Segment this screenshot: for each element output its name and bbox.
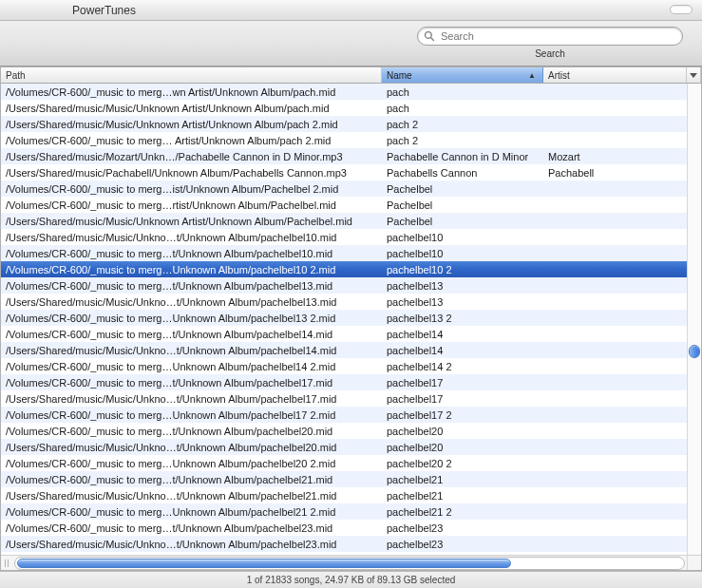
- scrollbar-corner: [687, 556, 701, 570]
- cell-path: /Users/Shared/music/Mozart/Unkn…/Pachabe…: [1, 151, 382, 162]
- table-row[interactable]: /Volumes/CR-600/_music to merg…Unknown A…: [1, 261, 701, 277]
- cell-path: /Users/Shared/music/Music/Unkno…t/Unknow…: [1, 345, 382, 356]
- table-row[interactable]: /Users/Shared/music/Mozart/Unkn…/Pachabe…: [1, 148, 701, 164]
- horizontal-scrollbar[interactable]: [14, 557, 685, 570]
- cell-name: Pachelbel: [382, 199, 543, 211]
- table-row[interactable]: /Users/Shared/music/Music/Unkno…t/Unknow…: [1, 439, 701, 455]
- cell-name: pachelbel14 2: [382, 361, 543, 372]
- songs-table: Path Name ▲ Artist /Volumes/CR-600/_musi…: [0, 66, 702, 571]
- cell-path: /Volumes/CR-600/_music to merg…rtist/Unk…: [1, 199, 382, 211]
- cell-name: pachelbel13 2: [382, 313, 543, 324]
- toolbar-toggle-button[interactable]: [670, 5, 693, 14]
- column-picker-button[interactable]: [687, 67, 701, 83]
- cell-name: pachelbel21 2: [382, 506, 543, 518]
- cell-name: pach: [382, 103, 543, 114]
- cell-name: pachelbel20: [382, 442, 543, 453]
- cell-path: /Volumes/CR-600/_music to merg…t/Unknown…: [1, 329, 382, 340]
- cell-path: /Volumes/CR-600/_music to merg…t/Unknown…: [1, 474, 382, 485]
- cell-name: pachelbel21: [382, 474, 543, 485]
- cell-name: Pachelbel: [382, 183, 543, 195]
- table-row[interactable]: /Users/Shared/music/Music/Unkno…t/Unknow…: [1, 229, 701, 245]
- cell-path: /Users/Shared/music/Music/Unknown Artist…: [1, 216, 382, 227]
- table-row[interactable]: /Users/Shared/music/Music/Unkno…t/Unknow…: [1, 390, 701, 407]
- column-header-name[interactable]: Name ▲: [382, 67, 543, 83]
- table-row[interactable]: /Users/Shared/music/Music/Unkno…t/Unknow…: [1, 342, 701, 358]
- title-bar: PowerTunes: [0, 0, 702, 21]
- scrollbar-thumb[interactable]: [689, 345, 700, 358]
- table-header: Path Name ▲ Artist: [1, 67, 701, 84]
- column-header-artist[interactable]: Artist: [543, 67, 687, 83]
- table-row[interactable]: /Users/Shared/music/Music/Unkno…t/Unknow…: [1, 536, 701, 552]
- toolbar: Search: [0, 21, 702, 66]
- cell-path: /Volumes/CR-600/_music to merg…Unknown A…: [1, 313, 382, 324]
- search-input[interactable]: [439, 29, 676, 43]
- cell-name: pach 2: [382, 119, 543, 130]
- table-row[interactable]: /Volumes/CR-600/_music to merg…t/Unknown…: [1, 423, 701, 439]
- column-header-path[interactable]: Path: [1, 67, 382, 83]
- sort-ascending-icon: ▲: [528, 71, 536, 80]
- svg-line-1: [431, 38, 434, 41]
- cell-name: pachelbel10 2: [382, 264, 543, 275]
- cell-name: pachelbel14: [382, 345, 543, 356]
- pane-resize-grip[interactable]: [1, 556, 12, 570]
- cell-path: /Volumes/CR-600/_music to merg…t/Unknown…: [1, 426, 382, 437]
- table-row[interactable]: /Volumes/CR-600/_music to merg…ist/Unkno…: [1, 180, 701, 197]
- table-row[interactable]: /Volumes/CR-600/_music to merg… Artist/U…: [1, 132, 701, 148]
- cell-path: /Users/Shared/music/Music/Unkno…t/Unknow…: [1, 539, 382, 550]
- table-row[interactable]: /Volumes/CR-600/_music to merg…t/Unknown…: [1, 374, 701, 390]
- table-row[interactable]: /Volumes/CR-600/_music to merg…Unknown A…: [1, 552, 701, 555]
- cell-name: pachelbel23: [382, 539, 543, 550]
- table-row[interactable]: /Users/Shared/music/Music/Unknown Artist…: [1, 116, 701, 132]
- cell-name: pachelbel23 2: [382, 555, 543, 556]
- cell-path: /Volumes/CR-600/_music to merg…t/Unknown…: [1, 377, 382, 389]
- cell-artist: Pachabell: [543, 167, 701, 179]
- scrollbar-thumb[interactable]: [17, 559, 511, 568]
- cell-path: /Volumes/CR-600/_music to merg…Unknown A…: [1, 555, 382, 556]
- table-row[interactable]: /Volumes/CR-600/_music to merg…Unknown A…: [1, 310, 701, 326]
- table-row[interactable]: /Users/Shared/music/Pachabell/Unknown Al…: [1, 164, 701, 180]
- table-row[interactable]: /Volumes/CR-600/_music to merg…wn Artist…: [1, 84, 701, 100]
- cell-name: Pachabells Cannon: [382, 167, 543, 179]
- vertical-scrollbar[interactable]: [687, 84, 701, 555]
- table-row[interactable]: /Volumes/CR-600/_music to merg…t/Unknown…: [1, 520, 701, 536]
- table-row[interactable]: /Users/Shared/music/Music/Unknown Artist…: [1, 100, 701, 116]
- table-row[interactable]: /Volumes/CR-600/_music to merg…Unknown A…: [1, 455, 701, 471]
- cell-path: /Users/Shared/music/Music/Unkno…t/Unknow…: [1, 442, 382, 453]
- cell-path: /Users/Shared/music/Music/Unknown Artist…: [1, 103, 382, 114]
- chevron-down-icon: [690, 73, 697, 78]
- cell-name: pach 2: [382, 135, 543, 146]
- table-row[interactable]: /Users/Shared/music/Music/Unkno…t/Unknow…: [1, 294, 701, 310]
- search-field[interactable]: [417, 27, 683, 46]
- cell-path: /Users/Shared/music/Music/Unknown Artist…: [1, 119, 382, 130]
- table-row[interactable]: /Volumes/CR-600/_music to merg…Unknown A…: [1, 407, 701, 423]
- table-row[interactable]: /Volumes/CR-600/_music to merg…Unknown A…: [1, 503, 701, 520]
- cell-name: pachelbel21: [382, 490, 543, 502]
- status-text: 1 of 21833 songs, 24.97 KB of 89.13 GB s…: [247, 575, 456, 585]
- horizontal-scrollbar-area: [1, 555, 701, 570]
- search-label: Search: [535, 48, 565, 59]
- cell-name: pachelbel13: [382, 296, 543, 308]
- table-row[interactable]: /Volumes/CR-600/_music to merg…t/Unknown…: [1, 471, 701, 487]
- search-group: Search: [417, 27, 683, 59]
- table-row[interactable]: /Volumes/CR-600/_music to merg…t/Unknown…: [1, 326, 701, 342]
- table-row[interactable]: /Volumes/CR-600/_music to merg…t/Unknown…: [1, 277, 701, 294]
- cell-path: /Users/Shared/music/Pachabell/Unknown Al…: [1, 167, 382, 179]
- table-row[interactable]: /Users/Shared/music/Music/Unknown Artist…: [1, 213, 701, 229]
- cell-name: pachelbel20: [382, 426, 543, 437]
- column-label: Artist: [548, 70, 570, 81]
- cell-path: /Volumes/CR-600/_music to merg…wn Artist…: [1, 86, 382, 98]
- cell-path: /Volumes/CR-600/_music to merg…Unknown A…: [1, 264, 382, 275]
- table-row[interactable]: /Users/Shared/music/Music/Unkno…t/Unknow…: [1, 487, 701, 503]
- cell-path: /Volumes/CR-600/_music to merg…Unknown A…: [1, 361, 382, 372]
- column-label: Path: [6, 70, 26, 81]
- table-row[interactable]: /Volumes/CR-600/_music to merg…rtist/Unk…: [1, 197, 701, 213]
- cell-path: /Volumes/CR-600/_music to merg…Unknown A…: [1, 409, 382, 421]
- table-row[interactable]: /Volumes/CR-600/_music to merg…Unknown A…: [1, 358, 701, 374]
- status-bar: 1 of 21833 songs, 24.97 KB of 89.13 GB s…: [0, 571, 702, 588]
- cell-path: /Volumes/CR-600/_music to merg…Unknown A…: [1, 506, 382, 518]
- cell-path: /Users/Shared/music/Music/Unkno…t/Unknow…: [1, 296, 382, 308]
- table-body[interactable]: /Volumes/CR-600/_music to merg…wn Artist…: [1, 84, 701, 555]
- table-row[interactable]: /Volumes/CR-600/_music to merg…t/Unknown…: [1, 245, 701, 261]
- cell-name: pachelbel17: [382, 393, 543, 405]
- cell-name: pachelbel23: [382, 522, 543, 534]
